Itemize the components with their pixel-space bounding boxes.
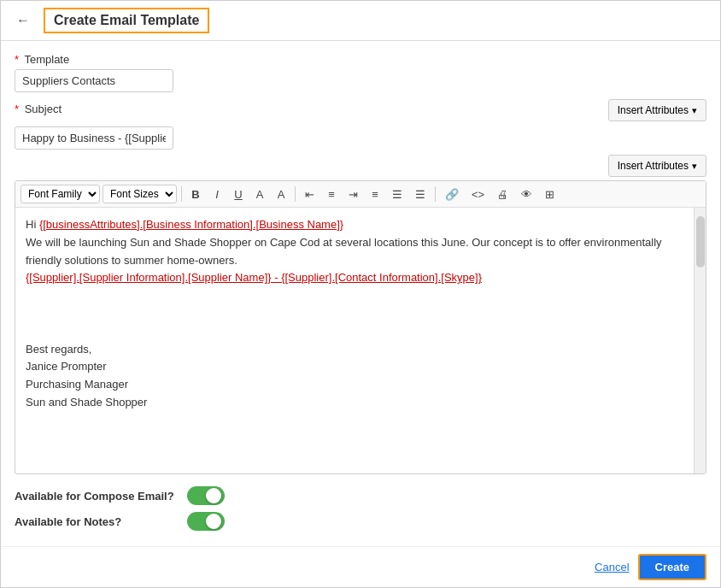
link-button[interactable]: 🔗 — [440, 185, 464, 203]
editor-title: Purchasing Manager — [26, 376, 683, 394]
insert-attr-row-2: Insert Attributes — [15, 155, 706, 177]
align-left-button[interactable]: ⇤ — [300, 185, 319, 203]
notes-toggle-knob — [206, 514, 221, 529]
notes-toggle-row: Available for Notes? — [15, 512, 706, 531]
required-star-template: * — [15, 53, 19, 66]
align-right-button[interactable]: ⇥ — [343, 185, 363, 203]
italic-button[interactable]: I — [208, 185, 226, 203]
toolbar-sep-1 — [181, 186, 182, 202]
font-sizes-select[interactable]: Font Sizes — [103, 185, 177, 203]
toggles-section: Available for Compose Email? Available f… — [15, 483, 706, 534]
toolbar-sep-3 — [435, 186, 436, 202]
compose-toggle-knob — [206, 488, 221, 503]
subject-label: * Subject — [15, 103, 62, 115]
highlight-button[interactable]: A — [272, 185, 290, 203]
cancel-button[interactable]: Cancel — [595, 561, 629, 573]
print-button[interactable]: 🖨 — [492, 185, 513, 203]
editor-section: Font Family Font Sizes B I U A A ⇤ ≡ ⇥ ≡… — [15, 180, 706, 474]
insert-attributes-button-1[interactable]: Insert Attributes — [608, 99, 706, 121]
supplier-attr-link[interactable]: {[Supplier].[Supplier Information].[Supp… — [26, 271, 482, 284]
page-title: Create Email Template — [44, 8, 209, 33]
align-justify-button[interactable]: ≡ — [366, 185, 384, 203]
template-label: * Template — [15, 53, 706, 66]
editor-scroll: Hi {[businessAttributes].[Business Infor… — [15, 208, 706, 473]
font-family-select[interactable]: Font Family — [21, 185, 100, 203]
template-section: * Template — [15, 53, 706, 92]
list-ol-button[interactable]: ☰ — [410, 185, 431, 203]
subject-section: * Subject Insert Attributes — [15, 99, 706, 150]
insert-attributes-button-2[interactable]: Insert Attributes — [608, 155, 706, 177]
subject-input[interactable] — [15, 126, 173, 150]
scrollbar-thumb — [696, 216, 705, 268]
notes-label: Available for Notes? — [15, 515, 177, 528]
business-attr-link[interactable]: {[businessAttributes].[Business Informat… — [39, 218, 343, 231]
font-color-button[interactable]: A — [250, 185, 269, 203]
compose-label: Available for Compose Email? — [15, 490, 177, 503]
back-button[interactable]: ← — [11, 11, 35, 30]
editor-main[interactable]: Hi {[businessAttributes].[Business Infor… — [15, 208, 694, 473]
editor-line-2: We will be launching Sun and Shade Shopp… — [26, 234, 683, 270]
table-button[interactable]: ⊞ — [540, 185, 560, 203]
editor-scrollbar[interactable] — [694, 208, 706, 473]
notes-toggle[interactable] — [187, 512, 225, 531]
header: ← Create Email Template — [1, 1, 720, 41]
underline-button[interactable]: U — [229, 185, 248, 203]
editor-line-1: Hi {[businessAttributes].[Business Infor… — [26, 216, 683, 234]
editor-line-3: {[Supplier].[Supplier Information].[Supp… — [26, 269, 683, 287]
footer: Cancel Create — [1, 546, 720, 587]
editor-company: Sun and Shade Shopper — [26, 394, 683, 412]
list-ul-button[interactable]: ☰ — [387, 185, 407, 203]
toolbar-sep-2 — [295, 186, 296, 202]
editor-name: Janice Prompter — [26, 358, 683, 376]
compose-toggle-row: Available for Compose Email? — [15, 486, 706, 505]
subject-input-wrap — [15, 126, 706, 150]
required-star-subject: * — [15, 103, 19, 115]
editor-signature: Best regards, — [26, 341, 683, 359]
subject-label-row: * Subject Insert Attributes — [15, 99, 706, 121]
toolbar: Font Family Font Sizes B I U A A ⇤ ≡ ⇥ ≡… — [15, 181, 706, 208]
bold-button[interactable]: B — [186, 185, 205, 203]
preview-button[interactable]: 👁 — [516, 185, 537, 203]
compose-toggle[interactable] — [187, 486, 225, 505]
template-input[interactable] — [15, 69, 173, 92]
form-area: * Template * Subject Insert Attributes I… — [1, 41, 720, 546]
code-button[interactable]: <> — [466, 185, 489, 203]
page-wrapper: ← Create Email Template * Template * Sub… — [0, 0, 721, 588]
align-center-button[interactable]: ≡ — [322, 185, 341, 203]
create-button[interactable]: Create — [638, 554, 706, 580]
